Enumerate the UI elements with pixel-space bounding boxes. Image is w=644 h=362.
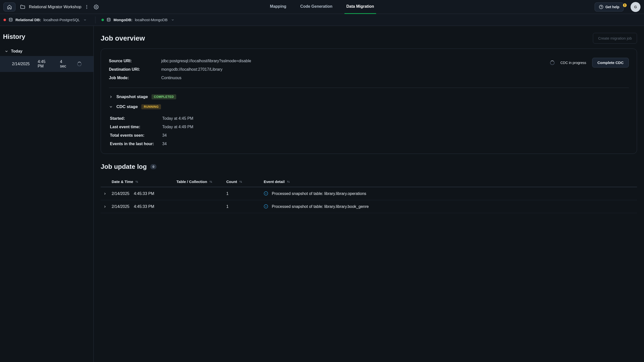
job-mode-label: Job Mode:: [109, 76, 161, 80]
history-item[interactable]: 2/14/2025 4:45 PM 4 sec: [0, 56, 94, 72]
divider: [109, 88, 629, 88]
chevron-right-icon: [103, 205, 107, 208]
chevron-down-icon: [171, 18, 174, 22]
home-button[interactable]: [4, 2, 16, 11]
spinner-icon: [77, 62, 82, 66]
cdc-started-value: Today at 4:45 PM: [162, 116, 194, 121]
mongo-status-dot: [102, 19, 104, 21]
svg-point-2: [86, 8, 87, 9]
log-table-body: 2/14/2025 4:45:33 PM 1 Processed snapsho…: [101, 187, 637, 213]
svg-point-1: [86, 6, 87, 7]
log-row-table: [174, 200, 224, 213]
folder-icon: [20, 4, 26, 10]
mongo-db-value: localhost-MongoDB: [135, 18, 168, 22]
tab-data-migration[interactable]: Data Migration: [344, 0, 376, 14]
svg-point-4: [599, 5, 603, 9]
destination-uri-label: Destination URI:: [109, 67, 161, 72]
column-header-label: Date & Time: [112, 180, 133, 184]
cdc-stage-badge: RUNNING: [141, 104, 161, 109]
complete-cdc-button[interactable]: Complete CDC: [592, 58, 629, 67]
help-icon: [599, 5, 604, 9]
log-row-table: [174, 187, 224, 200]
relational-db-selector[interactable]: localhost-PostgreSQL: [44, 18, 87, 22]
log-row-time: 4:45:33 PM: [134, 204, 154, 209]
database-icon: [8, 18, 13, 22]
cdc-last-event-label: Last event time:: [110, 125, 162, 129]
sort-icon: [209, 180, 212, 183]
log-table: Date & Time Table / Collection Count: [101, 177, 637, 213]
content-header: Job overview Create migration job: [101, 33, 637, 43]
svg-point-0: [86, 5, 87, 6]
database-icon: [106, 18, 111, 22]
mongo-db-label: MongoDB:: [114, 18, 132, 22]
history-sidebar: History Today 2/14/2025 4:45 PM 4 sec: [0, 26, 94, 362]
history-item-time: 4:45 PM: [38, 59, 52, 68]
more-vertical-icon: [84, 4, 89, 9]
history-group-label: Today: [11, 49, 22, 53]
log-row-detail: Processed snapshot of table: library.lib…: [272, 191, 366, 196]
cdc-started-label: Started:: [110, 116, 162, 121]
job-mode-value: Continuous: [161, 76, 182, 80]
create-migration-job-button: Create migration job: [593, 33, 637, 43]
tab-code-generation[interactable]: Code Generation: [298, 0, 334, 14]
log-row-date: 2/14/2025: [112, 204, 129, 209]
chevron-down-icon: [83, 18, 87, 22]
column-header-table-collection[interactable]: Table / Collection: [176, 180, 212, 184]
log-title: Job update log: [101, 163, 147, 171]
snapshot-stage-label: Snapshot stage: [116, 94, 148, 99]
sort-icon: [239, 180, 242, 183]
log-row-date: 2/14/2025: [112, 191, 129, 196]
tab-mapping[interactable]: Mapping: [268, 0, 288, 14]
cdc-last-event-value: Today at 4:49 PM: [162, 125, 194, 129]
log-row-count: 1: [224, 200, 261, 213]
history-group-today[interactable]: Today: [0, 46, 94, 56]
cdc-stage-label: CDC stage: [116, 104, 138, 109]
history-item-date: 2/14/2025: [12, 62, 30, 66]
cdc-events-last-hour-label: Events in the last hour:: [110, 142, 162, 146]
chevron-down-icon: [4, 49, 8, 53]
job-overview-panel: Source URI: jdbc:postgresql://localhost/…: [101, 48, 637, 154]
get-help-label: Get help: [605, 5, 619, 9]
divider: [95, 16, 96, 23]
history-item-duration: 4 sec: [60, 59, 69, 68]
info-icon: [264, 191, 268, 196]
app-header: Relational Migrator Workshop Mapping Cod…: [0, 0, 644, 14]
log-row-detail: Processed snapshot of table: library.lib…: [272, 204, 368, 209]
chevron-right-icon: [109, 95, 113, 99]
column-header-datetime[interactable]: Date & Time: [112, 180, 138, 184]
cdc-status-text: CDC in progress: [560, 61, 586, 65]
relational-status-dot: [4, 19, 6, 21]
sort-icon: [135, 180, 138, 183]
svg-point-5: [601, 8, 602, 8]
project-name: Relational Migrator Workshop: [29, 5, 81, 9]
log-row[interactable]: 2/14/2025 4:45:33 PM 1 Processed snapsho…: [101, 187, 637, 200]
spinner-icon: [550, 60, 554, 65]
log-header: Job update log 0: [101, 163, 637, 171]
connection-bar: Relational DB: localhost-PostgreSQL Mong…: [0, 14, 644, 26]
cdc-stage-toggle[interactable]: CDC stage RUNNING: [109, 102, 629, 112]
more-menu-button[interactable]: [83, 3, 91, 11]
log-row-time: 4:45:33 PM: [134, 191, 154, 196]
column-header-event-detail[interactable]: Event detail: [264, 180, 290, 184]
column-header-label: Event detail: [264, 180, 284, 184]
log-row[interactable]: 2/14/2025 4:45:33 PM 1 Processed snapsho…: [101, 200, 637, 213]
home-icon: [7, 4, 12, 9]
gear-icon: [94, 4, 99, 9]
relational-db-value: localhost-PostgreSQL: [44, 18, 80, 22]
snapshot-stage-toggle[interactable]: Snapshot stage COMPLETED: [109, 92, 629, 102]
main-content: Job overview Create migration job Source…: [94, 26, 644, 362]
main-nav-tabs: Mapping Code Generation Data Migration: [268, 0, 376, 14]
column-header-count[interactable]: Count: [226, 180, 242, 184]
history-title: History: [0, 26, 94, 46]
user-avatar[interactable]: G: [630, 2, 640, 12]
chevron-right-icon: [103, 192, 107, 195]
sort-icon: [286, 180, 290, 183]
get-help-button[interactable]: Get help: [595, 2, 624, 11]
alert-badge-icon: [622, 3, 628, 8]
log-row-count: 1: [224, 187, 261, 200]
destination-uri-value: mongodb://localhost:27017/Library: [161, 67, 222, 72]
cdc-events-last-hour-value: 34: [162, 142, 167, 146]
column-header-label: Table / Collection: [176, 180, 207, 184]
mongo-db-selector[interactable]: localhost-MongoDB: [135, 18, 174, 22]
settings-button[interactable]: [92, 3, 100, 11]
